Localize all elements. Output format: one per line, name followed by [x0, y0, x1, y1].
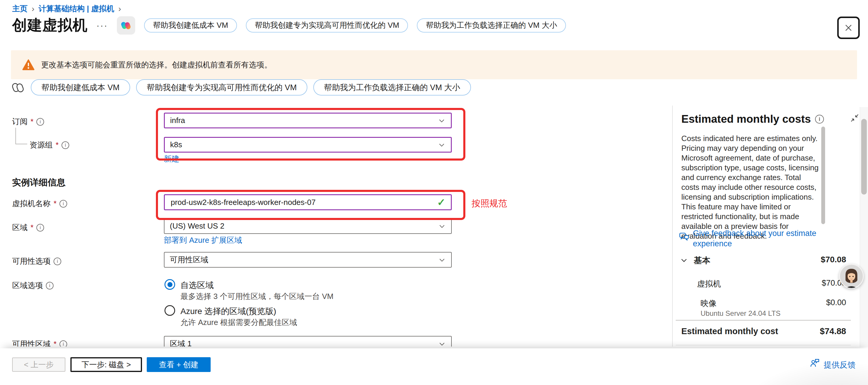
breadcrumb-virtual-machines[interactable]: 计算基础结构 | 虚拟机: [38, 4, 114, 14]
availability-options-value: 可用性区域: [170, 255, 438, 265]
feedback-bubbles-icon: [678, 231, 690, 243]
expander-chevron-icon[interactable]: [680, 256, 688, 264]
cost-item-value: $70.08: [769, 279, 846, 288]
resource-group-dropdown[interactable]: k8s: [164, 137, 452, 153]
panel-divider: [672, 105, 673, 347]
availability-options-dropdown[interactable]: 可用性区域: [164, 252, 452, 267]
breadcrumb-home[interactable]: 主页: [12, 4, 28, 14]
zone-options-label: 区域选项 i: [12, 280, 54, 291]
radio-self-selected-zones-label[interactable]: 自选区域: [181, 280, 214, 291]
cost-item-subtext: Ubuntu Server 24.04 LTS: [701, 309, 780, 318]
collapse-panel-icon[interactable]: [850, 114, 859, 122]
warning-text: 更改基本选项可能会重置所做的选择。创建虚拟机前查看所有选项。: [41, 60, 272, 70]
info-icon[interactable]: i: [62, 141, 69, 149]
region-dropdown[interactable]: (US) West US 2: [164, 218, 452, 234]
cost-item-name: 映像: [701, 298, 716, 309]
chevron-down-icon: [438, 256, 446, 264]
resource-group-label: 资源组 * i: [30, 140, 69, 150]
cost-total-label: Estimated monthly cost: [681, 326, 778, 336]
copilot-prompt-vm-size[interactable]: 帮助我为工作负载选择正确的 VM 大小: [313, 79, 471, 96]
info-icon[interactable]: i: [46, 282, 54, 289]
resource-group-value: k8s: [170, 140, 438, 149]
panel-scrollbar-thumb[interactable]: [821, 127, 825, 224]
cost-panel-title: Estimated monthly costs: [681, 113, 811, 125]
availability-zone-value: 区域 1: [170, 339, 438, 347]
vm-name-field-wrap: ✓: [164, 194, 452, 210]
copilot-suggestions-row: 帮助我创建低成本 VM 帮助我创建专为实现高可用性而优化的 VM 帮助我为工作负…: [11, 79, 471, 96]
required-marker: *: [30, 117, 33, 126]
radio-self-selected-zones-desc: 最多选择 3 个可用性区域，每个区域一台 VM: [181, 291, 333, 301]
copilot-prompt-high-availability[interactable]: 帮助我创建专为实现高可用性而优化的 VM: [246, 18, 408, 33]
valid-check-icon: ✓: [437, 196, 446, 208]
radio-azure-selected-zones-desc: 允许 Azure 根据需要分配最佳区域: [181, 317, 297, 328]
cost-group-value: $70.08: [769, 255, 846, 264]
red-annotation-text: 按照规范: [472, 197, 507, 210]
info-icon[interactable]: i: [815, 115, 824, 124]
review-create-button[interactable]: 查看 + 创建: [147, 357, 211, 372]
availability-zone-label: 可用性区域 * i: [12, 339, 67, 347]
close-icon: [844, 23, 853, 33]
vm-name-label: 虚拟机名称 * i: [12, 198, 67, 209]
breadcrumb-chevron-icon: ›: [32, 4, 34, 13]
give-feedback-link[interactable]: 提供反馈: [824, 360, 856, 370]
cost-total-value: $74.88: [769, 326, 846, 336]
region-value: (US) West US 2: [170, 222, 438, 231]
warning-icon: [22, 59, 35, 71]
cost-divider-light: [676, 345, 851, 345]
required-marker: *: [54, 199, 57, 208]
copilot-prompt-low-cost[interactable]: 帮助我创建低成本 VM: [31, 79, 130, 96]
create-vm-page: 主页 › 计算基础结构 | 虚拟机 › 创建虚拟机 ··· 帮助我创建低: [0, 0, 868, 385]
copilot-prompt-low-cost[interactable]: 帮助我创建低成本 VM: [144, 18, 237, 33]
cost-divider: [676, 320, 851, 321]
tree-connector-horizontal: [16, 144, 27, 144]
vm-name-input[interactable]: [170, 197, 437, 207]
info-icon[interactable]: i: [59, 340, 67, 347]
more-options-icon[interactable]: ···: [96, 21, 108, 30]
chevron-down-icon: [438, 222, 446, 230]
close-button[interactable]: [837, 17, 860, 39]
info-icon[interactable]: i: [36, 118, 44, 126]
tree-connector-vertical: [16, 128, 16, 144]
warning-banner: 更改基本选项可能会重置所做的选择。创建虚拟机前查看所有选项。: [11, 50, 857, 79]
radio-self-selected-zones[interactable]: [164, 279, 175, 290]
chevron-down-icon: [438, 117, 445, 125]
radio-azure-selected-zones-label[interactable]: Azure 选择的区域(预览版): [181, 306, 276, 317]
next-disks-button[interactable]: 下一步: 磁盘 >: [70, 357, 142, 372]
availability-zone-dropdown[interactable]: 区域 1: [164, 336, 452, 347]
cost-item-value: $0.00: [769, 298, 846, 307]
chevron-down-icon: [438, 340, 446, 347]
breadcrumb: 主页 › 计算基础结构 | 虚拟机 ›: [12, 4, 121, 14]
copilot-outline-icon: [11, 81, 25, 94]
create-new-link[interactable]: 新建: [164, 154, 179, 164]
instance-details-heading: 实例详细信息: [12, 177, 65, 189]
page-title: 创建虚拟机: [12, 15, 88, 35]
region-label: 区域 * i: [12, 222, 44, 233]
feedback-person-icon: [809, 358, 820, 368]
info-icon[interactable]: i: [36, 224, 44, 231]
required-marker: *: [30, 223, 33, 232]
info-icon[interactable]: i: [54, 258, 61, 265]
chevron-down-icon: [438, 141, 445, 149]
previous-button[interactable]: < 上一步: [12, 357, 65, 372]
breadcrumb-chevron-icon: ›: [118, 4, 121, 13]
info-icon[interactable]: i: [59, 200, 67, 207]
copilot-prompt-vm-size[interactable]: 帮助我为工作负载选择正确的 VM 大小: [417, 18, 566, 33]
cost-group-name[interactable]: 基本: [694, 255, 710, 266]
deploy-extended-zone-link[interactable]: 部署到 Azure 扩展区域: [164, 235, 242, 246]
copilot-prompt-high-availability[interactable]: 帮助我创建专为实现高可用性而优化的 VM: [136, 79, 307, 96]
subscription-dropdown[interactable]: infra: [164, 113, 452, 128]
subscription-value: infra: [170, 116, 438, 125]
subscription-label: 订阅 * i: [12, 117, 44, 127]
radio-azure-selected-zones[interactable]: [164, 305, 175, 316]
required-marker: *: [54, 340, 57, 347]
estimate-feedback-link[interactable]: Give feedback about your estimate experi…: [693, 228, 824, 249]
required-marker: *: [56, 140, 59, 150]
availability-zone-row-clipped: 可用性区域 * i 区域 1: [0, 333, 673, 347]
footer-bar: < 上一步 下一步: 磁盘 > 查看 + 创建 提供反馈: [0, 348, 868, 385]
cost-item-name: 虚拟机: [697, 279, 721, 289]
avatar[interactable]: [839, 264, 864, 289]
copilot-logo-icon[interactable]: [117, 16, 135, 35]
availability-options-label: 可用性选项 i: [12, 256, 61, 266]
title-row: 创建虚拟机 ··· 帮助我创建低成本 VM 帮助我创建专为实现高可用性而优化的 …: [12, 15, 566, 35]
page-scrollbar-thumb[interactable]: [861, 119, 867, 195]
